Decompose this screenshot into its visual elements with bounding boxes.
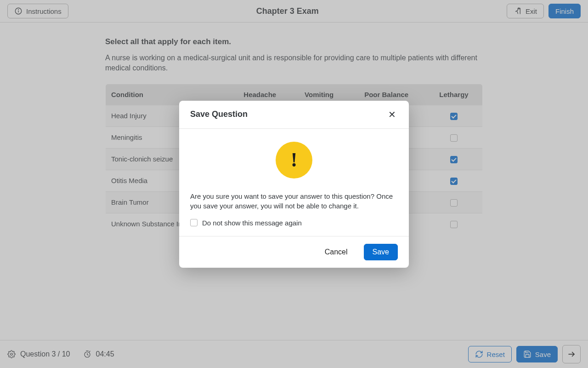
dont-show-label: Do not show this message again: [202, 219, 302, 227]
modal-body-text: Are you sure you want to save your answe…: [190, 191, 398, 211]
dont-show-again-checkbox[interactable]: Do not show this message again: [190, 219, 398, 227]
modal-cancel-button[interactable]: Cancel: [316, 244, 356, 260]
modal-close-button[interactable]: ✕: [386, 108, 398, 121]
modal-overlay[interactable]: Save Question ✕ ! Are you sure you want …: [0, 0, 588, 368]
modal-title: Save Question: [190, 109, 248, 119]
modal-cancel-label: Cancel: [325, 248, 348, 256]
modal-save-button[interactable]: Save: [364, 244, 398, 260]
modal-save-label: Save: [373, 248, 389, 256]
close-icon: ✕: [388, 109, 396, 120]
warning-icon: !: [276, 142, 312, 178]
save-modal: Save Question ✕ ! Are you sure you want …: [179, 101, 409, 268]
checkbox-icon: [190, 219, 198, 226]
